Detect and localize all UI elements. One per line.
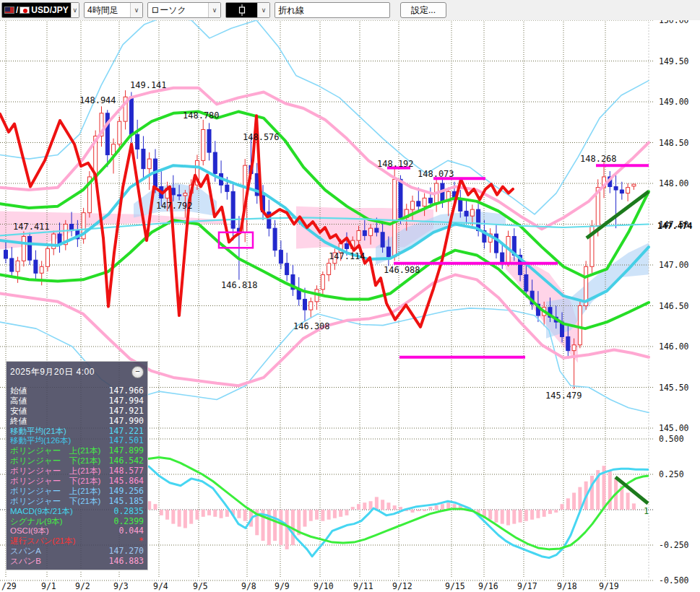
svg-text:9/19: 9/19: [599, 581, 619, 591]
svg-text:-0.500: -0.500: [659, 575, 689, 586]
svg-text:9/1: 9/1: [41, 581, 56, 591]
svg-text:149.141: 149.141: [130, 80, 167, 90]
svg-text:-0.250: -0.250: [659, 540, 689, 550]
svg-text:145.00: 145.00: [659, 423, 689, 433]
svg-text:9/2: 9/2: [75, 581, 90, 591]
indicator-row: ボリンジャー 下(21本)145.185: [10, 497, 144, 507]
indicator-row: ボリンジャー 上(21本)149.256: [10, 487, 144, 497]
svg-text:147.792: 147.792: [156, 201, 193, 211]
svg-text:9/16: 9/16: [478, 581, 498, 591]
indicator-row: OSCI(9本)0.044: [10, 526, 144, 536]
svg-text:148.944: 148.944: [79, 95, 116, 105]
svg-text:146.00: 146.00: [659, 341, 689, 352]
svg-text:148.073: 148.073: [418, 169, 454, 179]
svg-text:9/11: 9/11: [353, 581, 373, 591]
chevron-down-icon[interactable]: ∨: [130, 3, 142, 17]
svg-text:9/12: 9/12: [392, 581, 412, 591]
indicator-row: 移動平均(21本)147.221: [10, 427, 144, 437]
pair-label: USD/JPY: [31, 5, 68, 15]
svg-text:148.576: 148.576: [243, 132, 280, 142]
indicator-row: スパンA147.270: [10, 547, 144, 557]
toolbar: / USD/JPY ∨ 4時間足 ∨ ローソク ∨ ∨ 設定...: [0, 0, 700, 20]
chevron-down-icon[interactable]: ∨: [257, 3, 269, 17]
timeframe-label: 4時間足: [85, 4, 130, 17]
indicator-rows: 始値147.966高値147.994安値147.921終値147.990移動平均…: [10, 386, 144, 567]
minimize-button[interactable]: −: [131, 366, 144, 378]
current-price-marker: 147.474: [657, 221, 693, 231]
indicator-row: 始値147.966: [10, 386, 144, 396]
svg-text:9/3: 9/3: [113, 581, 129, 591]
indicator-row: 終値147.990: [10, 417, 144, 427]
svg-text:148.268: 148.268: [580, 154, 617, 164]
indicator-row: 安値147.921: [10, 406, 144, 417]
svg-text:146.308: 146.308: [293, 321, 330, 331]
trendline-label: 1: [644, 506, 649, 516]
svg-text:9/15: 9/15: [445, 581, 465, 591]
svg-text:/29: /29: [1, 581, 17, 591]
svg-text:146.818: 146.818: [221, 280, 258, 290]
indicator-row: ボリンジャー 下(21本)146.542: [10, 456, 144, 466]
panel-datetime: 2025年9月20日 4:00: [10, 366, 95, 378]
svg-text:9/10: 9/10: [314, 581, 334, 591]
indicator-row: スパンB146.883: [10, 557, 144, 567]
indicator-row: 高値147.994: [10, 396, 144, 406]
svg-text:9/5: 9/5: [193, 581, 208, 591]
svg-text:146.988: 146.988: [384, 265, 420, 275]
svg-text:148.192: 148.192: [377, 159, 414, 169]
indicator-row: MACD(9本/21本)0.2835: [10, 507, 144, 517]
chevron-down-icon[interactable]: ∨: [71, 3, 79, 17]
svg-text:148.00: 148.00: [659, 178, 689, 188]
indicator-row: シグナル(9本)0.2399: [10, 517, 144, 527]
svg-text:9/8: 9/8: [241, 581, 256, 591]
svg-text:149.50: 149.50: [659, 56, 689, 66]
indicator-row: ボリンジャー 上(21本)147.899: [10, 446, 144, 456]
candle-icon: [238, 4, 246, 16]
currency-pair-select[interactable]: / USD/JPY ∨: [1, 2, 79, 18]
indicator-row: 移動平均(126本)147.501: [10, 436, 144, 446]
overlay-type-input[interactable]: [275, 2, 390, 18]
indicator-row: ボリンジャー 下(21本)145.864: [10, 476, 144, 487]
svg-text:147.411: 147.411: [13, 222, 50, 232]
svg-text:148.50: 148.50: [659, 138, 689, 148]
candle-style-select[interactable]: ∨: [225, 2, 270, 18]
japan-flag-icon: [20, 6, 30, 14]
svg-text:145.50: 145.50: [659, 383, 689, 393]
svg-text:9/18: 9/18: [557, 581, 577, 591]
svg-text:145.479: 145.479: [545, 391, 582, 401]
svg-text:9/17: 9/17: [517, 581, 537, 591]
timeframe-select[interactable]: 4時間足 ∨: [84, 2, 143, 18]
svg-text:9/4: 9/4: [153, 581, 168, 591]
svg-text:147.00: 147.00: [659, 260, 689, 270]
settings-button[interactable]: 設定...: [400, 2, 446, 18]
svg-text:9/9: 9/9: [275, 581, 290, 591]
chart-type-label: ローソク: [148, 4, 208, 17]
chart-type-select[interactable]: ローソク ∨: [147, 2, 221, 18]
indicator-value-panel[interactable]: 2025年9月20日 4:00 − 始値147.966高値147.994安値14…: [6, 361, 148, 570]
svg-text:147.114: 147.114: [329, 251, 366, 261]
svg-text:149.00: 149.00: [659, 97, 689, 107]
svg-text:148.780: 148.780: [183, 110, 220, 121]
us-flag-icon: [4, 6, 14, 14]
svg-text:146.50: 146.50: [659, 301, 689, 311]
indicator-row: 遅行スパン(21本)*: [10, 536, 144, 547]
indicator-row: ボリンジャー 上(21本)148.577: [10, 466, 144, 476]
fx-chart-window: { "toolbar": { "pair_label": "USD/JPY", …: [0, 0, 700, 592]
chevron-down-icon[interactable]: ∨: [208, 3, 220, 17]
svg-text:0.500: 0.500: [659, 434, 684, 444]
svg-text:0.250: 0.250: [659, 469, 684, 479]
